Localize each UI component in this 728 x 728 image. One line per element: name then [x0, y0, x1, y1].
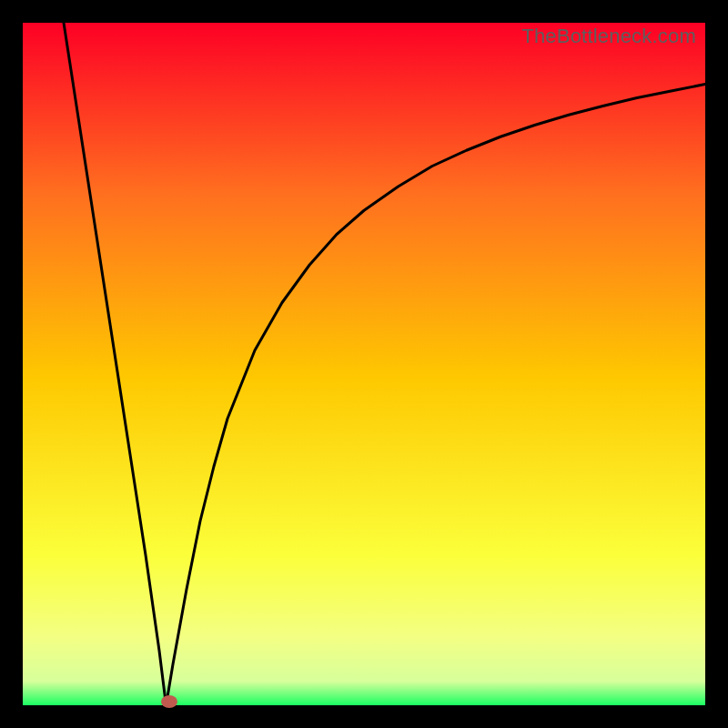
gradient-background — [23, 23, 705, 705]
minimum-marker — [161, 695, 177, 708]
chart-frame: TheBottleneck.com — [23, 23, 705, 705]
watermark-text: TheBottleneck.com — [521, 25, 696, 48]
bottleneck-chart — [23, 23, 705, 705]
